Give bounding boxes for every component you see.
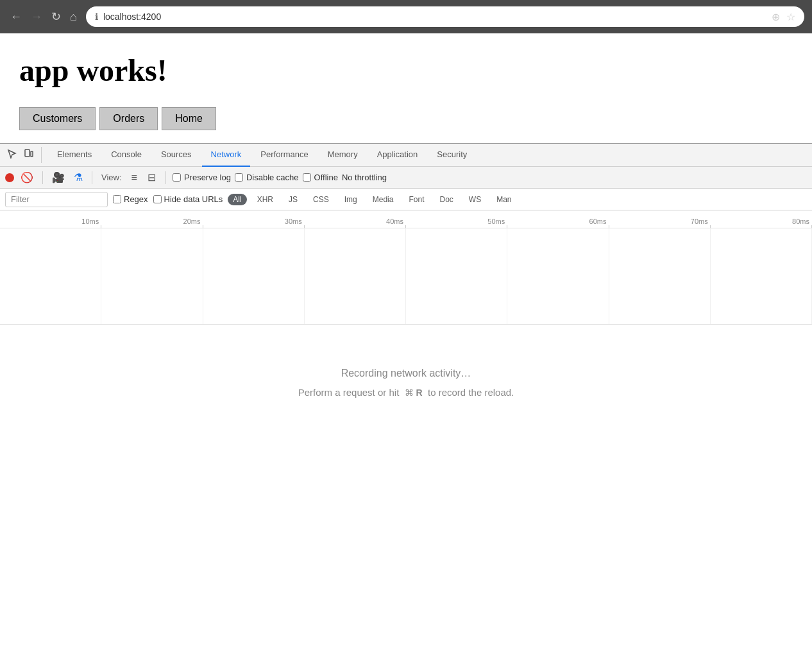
filter-input[interactable] — [5, 192, 108, 207]
toolbar-separator-2 — [92, 171, 92, 184]
list-view-button[interactable]: ≡ — [128, 171, 140, 185]
zoom-icon[interactable]: ⊕ — [772, 11, 780, 23]
refresh-button[interactable]: ↻ — [49, 10, 63, 24]
tab-performance[interactable]: Performance — [251, 144, 317, 167]
filter-type-js[interactable]: JS — [283, 194, 303, 205]
browser-chrome: ← → ↻ ⌂ ℹ localhost:4200 ⊕ ☆ — [0, 0, 812, 33]
page-title: app works! — [19, 53, 793, 88]
timeline-col-4 — [305, 228, 406, 324]
cmd-key: ⌘ R — [405, 388, 423, 398]
disable-cache-label[interactable]: Disable cache — [235, 173, 299, 182]
home-nav-button[interactable]: Home — [162, 107, 216, 130]
regex-label[interactable]: Regex — [113, 194, 148, 204]
ruler-tick-5: 50ms — [406, 218, 507, 225]
offline-label[interactable]: Offline — [303, 173, 338, 182]
tab-network[interactable]: Network — [202, 144, 251, 167]
filter-type-man[interactable]: Man — [491, 194, 516, 205]
recording-text: Recording network activity… — [341, 368, 471, 379]
devtools-toolbar: 🚫 🎥 ⚗ View: ≡ ⊟ Preserve log Disable cac… — [0, 167, 812, 189]
ruler-tick-3: 30ms — [203, 218, 305, 225]
device-toolbar-icon[interactable] — [22, 147, 36, 163]
bookmark-icon[interactable]: ☆ — [786, 11, 795, 23]
filter-bar: Regex Hide data URLs All XHR JS CSS Img … — [0, 189, 812, 210]
ruler-tick-8: 80ms — [711, 218, 812, 225]
view-label: View: — [101, 173, 122, 182]
info-icon: ℹ — [95, 12, 98, 22]
address-bar[interactable]: ℹ localhost:4200 ⊕ ☆ — [86, 6, 804, 27]
element-picker-icon[interactable] — [5, 147, 19, 163]
screenshot-button[interactable]: 🎥 — [49, 170, 67, 185]
address-right-icons: ⊕ ☆ — [772, 11, 795, 23]
offline-checkbox[interactable] — [303, 173, 311, 182]
url-display: localhost:4200 — [103, 12, 761, 22]
network-empty-state: Recording network activity… Perform a re… — [0, 325, 812, 440]
filter-type-doc[interactable]: Doc — [434, 194, 458, 205]
preserve-log-label[interactable]: Preserve log — [173, 173, 231, 182]
svg-rect-0 — [25, 149, 30, 157]
forward-button[interactable]: → — [28, 10, 45, 24]
record-button[interactable] — [5, 173, 14, 182]
orders-button[interactable]: Orders — [99, 107, 158, 130]
customers-button[interactable]: Customers — [19, 107, 96, 130]
timeline-col-1 — [0, 228, 101, 324]
ruler-tick-6: 60ms — [507, 218, 609, 225]
timeline-col-5 — [406, 228, 507, 324]
filter-button[interactable]: ⚗ — [71, 170, 85, 185]
tab-memory[interactable]: Memory — [319, 144, 367, 167]
devtools-icon-group — [5, 147, 42, 163]
devtools-tab-bar: Elements Console Sources Network Perform… — [0, 144, 812, 167]
recording-hint: Perform a request or hit ⌘ R to record t… — [298, 387, 514, 398]
no-throttling-button[interactable]: No throttling — [342, 173, 387, 182]
waterfall-view-button[interactable]: ⊟ — [144, 170, 159, 185]
timeline-col-3 — [203, 228, 305, 324]
svg-rect-1 — [31, 151, 33, 157]
filter-type-xhr[interactable]: XHR — [252, 194, 278, 205]
browser-nav-buttons: ← → ↻ ⌂ — [8, 10, 80, 24]
timeline-grid — [0, 228, 812, 325]
home-button[interactable]: ⌂ — [67, 10, 80, 24]
page-nav-buttons: Customers Orders Home — [19, 107, 793, 130]
timeline-ruler: 10ms 20ms 30ms 40ms 50ms 60ms 70ms 80ms — [0, 210, 812, 228]
tab-elements[interactable]: Elements — [48, 144, 101, 167]
toolbar-separator-1 — [42, 171, 43, 184]
disable-cache-checkbox[interactable] — [235, 173, 243, 182]
clear-button[interactable]: 🚫 — [18, 170, 36, 185]
filter-type-img[interactable]: Img — [339, 194, 362, 205]
filter-type-media[interactable]: Media — [368, 194, 399, 205]
preserve-log-checkbox[interactable] — [173, 173, 181, 182]
tab-application[interactable]: Application — [368, 144, 427, 167]
filter-type-font[interactable]: Font — [403, 194, 429, 205]
hide-data-urls-checkbox[interactable] — [153, 195, 162, 203]
tab-security[interactable]: Security — [428, 144, 476, 167]
timeline-col-7 — [609, 228, 711, 324]
filter-type-ws[interactable]: WS — [464, 194, 486, 205]
page-content: app works! Customers Orders Home — [0, 33, 812, 143]
filter-type-all[interactable]: All — [228, 194, 246, 205]
ruler-tick-4: 40ms — [305, 218, 406, 225]
tab-sources[interactable]: Sources — [152, 144, 201, 167]
devtools-panel: Elements Console Sources Network Perform… — [0, 143, 812, 440]
ruler-tick-7: 70ms — [609, 218, 711, 225]
timeline-col-2 — [101, 228, 203, 324]
timeline-col-8 — [711, 228, 812, 324]
ruler-tick-2: 20ms — [101, 218, 203, 225]
timeline-col-6 — [507, 228, 609, 324]
back-button[interactable]: ← — [8, 10, 24, 24]
filter-type-css[interactable]: CSS — [308, 194, 334, 205]
ruler-tick-1: 10ms — [0, 218, 101, 225]
regex-checkbox[interactable] — [113, 195, 121, 203]
tab-console[interactable]: Console — [102, 144, 151, 167]
toolbar-separator-3 — [165, 171, 166, 184]
hide-data-urls-label[interactable]: Hide data URLs — [153, 194, 223, 204]
